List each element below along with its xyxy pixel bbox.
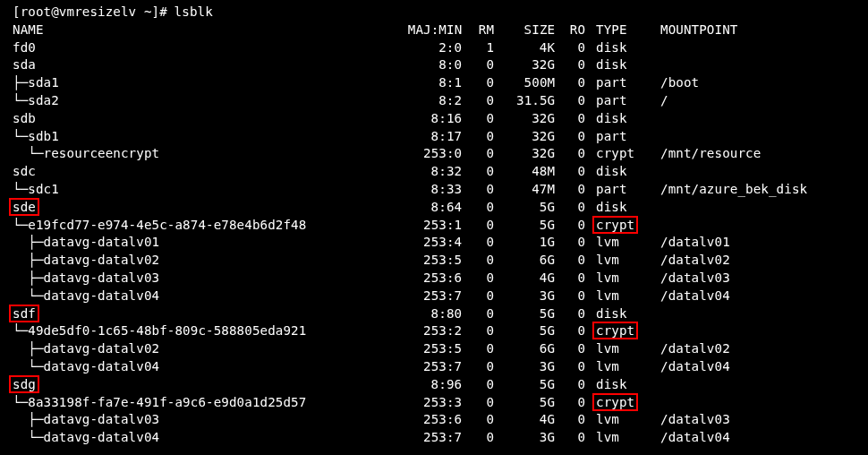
device-ro: 0 [577, 74, 585, 92]
device-size: 5G [540, 376, 555, 394]
device-mountpoint: /datalv02 [660, 252, 730, 270]
device-type: lvm [596, 270, 619, 288]
device-name: ├─datavg-datalv03 [13, 411, 159, 429]
lsblk-header: NAMEMAJ:MINRMSIZEROTYPEMOUNTPOINT [5, 21, 863, 39]
device-type: disk [596, 376, 627, 394]
device-majmin: 8:80 [431, 305, 463, 323]
lsblk-row: └─sdc18:33047M0part/mnt/azure_bek_disk [5, 181, 863, 199]
lsblk-row: fd02:014K0disk [5, 39, 863, 57]
device-type: part [596, 128, 627, 146]
device-type: lvm [596, 358, 619, 376]
device-rm: 0 [486, 322, 494, 340]
device-majmin: 253:6 [423, 270, 462, 288]
device-size: 32G [532, 56, 555, 74]
device-size: 5G [540, 217, 555, 235]
device-name: └─resourceencrypt [13, 145, 159, 163]
device-rm: 0 [486, 217, 494, 235]
device-ro: 0 [577, 322, 585, 340]
device-mountpoint: /datalv03 [660, 270, 730, 288]
device-rm: 0 [486, 429, 494, 447]
device-size: 4G [540, 270, 555, 288]
col-rm: RM [479, 21, 494, 39]
device-mountpoint: /datalv04 [660, 358, 730, 376]
device-type: lvm [596, 411, 619, 429]
device-name: └─sdb1 [13, 128, 59, 146]
device-type: part [596, 92, 627, 110]
device-majmin: 8:16 [431, 110, 463, 128]
lsblk-row: └─49de5df0-1c65-48bf-809c-588805eda92125… [5, 322, 863, 340]
device-ro: 0 [577, 56, 585, 74]
device-type: lvm [596, 340, 619, 358]
device-ro: 0 [577, 163, 585, 181]
command-text: lsblk [174, 4, 213, 21]
device-size: 31.5G [516, 92, 555, 110]
col-mountpoint: MOUNTPOINT [660, 21, 737, 39]
device-majmin: 8:96 [431, 376, 463, 394]
lsblk-row: sda8:0032G0disk [5, 56, 863, 74]
device-size: 4G [540, 411, 555, 429]
device-rm: 0 [486, 394, 494, 412]
prompt-line: [root@vmresizelv ~]# lsblk [5, 4, 863, 21]
lsblk-row: └─sdb18:17032G0part [5, 128, 863, 146]
device-size: 5G [540, 305, 555, 323]
lsblk-row: ├─datavg-datalv02253:506G0lvm/datalv02 [5, 252, 863, 270]
device-majmin: 253:5 [423, 252, 462, 270]
device-majmin: 253:7 [423, 429, 462, 447]
device-name: sdg [13, 376, 36, 394]
device-rm: 0 [486, 340, 494, 358]
device-name: sda [13, 56, 36, 74]
device-mountpoint: /datalv01 [660, 234, 730, 252]
device-ro: 0 [577, 92, 585, 110]
device-ro: 0 [577, 145, 585, 163]
lsblk-row: ├─datavg-datalv02253:506G0lvm/datalv02 [5, 340, 863, 358]
device-size: 3G [540, 288, 555, 305]
device-rm: 0 [486, 110, 494, 128]
device-size: 48M [532, 163, 555, 181]
device-majmin: 253:7 [423, 358, 462, 376]
device-ro: 0 [577, 128, 585, 146]
device-name: ├─datavg-datalv03 [13, 270, 159, 288]
device-majmin: 2:0 [438, 39, 462, 57]
device-name: └─datavg-datalv04 [13, 358, 159, 376]
device-rm: 0 [486, 358, 494, 376]
device-size: 3G [540, 358, 555, 376]
device-size: 6G [540, 340, 555, 358]
col-name: NAME [13, 21, 44, 39]
lsblk-row: └─datavg-datalv04253:703G0lvm/datalv04 [5, 358, 863, 376]
device-mountpoint: /mnt/azure_bek_disk [660, 181, 807, 199]
device-type: disk [596, 110, 627, 128]
col-ro: RO [570, 21, 585, 39]
device-name: ├─datavg-datalv02 [13, 340, 159, 358]
device-size: 32G [532, 145, 555, 163]
device-name: └─datavg-datalv04 [13, 429, 159, 447]
device-ro: 0 [577, 358, 585, 376]
device-name: ├─datavg-datalv01 [13, 234, 159, 252]
device-ro: 0 [577, 340, 585, 358]
device-type: lvm [596, 288, 619, 305]
device-size: 1G [540, 234, 555, 252]
device-type: crypt [596, 394, 634, 412]
lsblk-row: sdf8:8005G0disk [5, 305, 863, 323]
device-majmin: 8:33 [431, 181, 463, 199]
device-mountpoint: /mnt/resource [660, 145, 761, 163]
device-ro: 0 [577, 305, 585, 323]
device-type: disk [596, 199, 627, 217]
device-type: crypt [596, 145, 634, 163]
device-type: part [596, 181, 627, 199]
device-rm: 0 [486, 288, 494, 305]
device-ro: 0 [577, 110, 585, 128]
device-majmin: 8:2 [438, 92, 462, 110]
device-type: lvm [596, 252, 619, 270]
device-rm: 0 [486, 163, 494, 181]
device-rm: 0 [486, 74, 494, 92]
device-ro: 0 [577, 181, 585, 199]
device-size: 4K [540, 39, 555, 57]
device-mountpoint: /datalv04 [660, 429, 730, 447]
lsblk-row: sdc8:32048M0disk [5, 163, 863, 181]
device-majmin: 253:3 [423, 394, 462, 412]
lsblk-row: sdb8:16032G0disk [5, 110, 863, 128]
device-rm: 0 [486, 145, 494, 163]
device-majmin: 253:5 [423, 340, 462, 358]
col-majmin: MAJ:MIN [408, 21, 463, 39]
device-name: └─datavg-datalv04 [13, 288, 159, 305]
